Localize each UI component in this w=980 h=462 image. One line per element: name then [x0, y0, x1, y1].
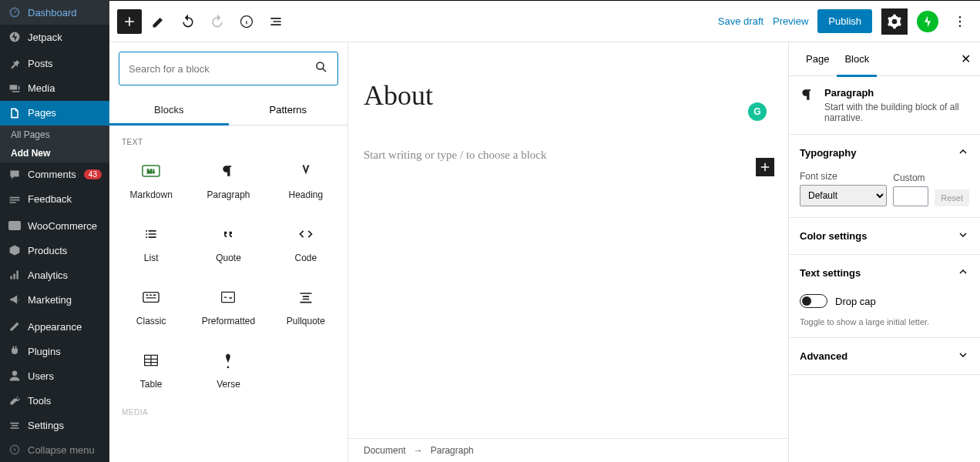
block-heading[interactable]: Heading [267, 149, 344, 213]
svg-rect-13 [145, 355, 158, 365]
svg-point-4 [241, 15, 253, 27]
svg-rect-11 [143, 293, 159, 303]
code-icon [297, 225, 315, 243]
preview-button[interactable]: Preview [773, 15, 808, 27]
save-draft-button[interactable]: Save draft [718, 15, 764, 27]
svg-rect-1 [8, 221, 21, 230]
collapse-icon [8, 443, 22, 457]
sidebar-label: Appearance [28, 321, 82, 333]
paragraph-placeholder[interactable]: Start writing or type / to choose a bloc… [364, 149, 773, 162]
breadcrumb-current[interactable]: Paragraph [431, 445, 474, 456]
panel-color-header[interactable]: Color settings [789, 218, 980, 254]
markdown-icon: M↓ [142, 162, 160, 180]
tab-patterns[interactable]: Patterns [229, 95, 348, 125]
font-size-select[interactable]: Default [800, 185, 887, 206]
dashboard-icon [8, 5, 22, 19]
sidebar-item-media[interactable]: Media [0, 76, 109, 101]
dropcap-toggle[interactable] [800, 294, 827, 308]
jetpack-button[interactable] [917, 11, 938, 32]
block-search-input[interactable] [119, 52, 338, 85]
edit-mode-button[interactable] [146, 9, 171, 34]
panel-typography-header[interactable]: Typography [789, 135, 980, 171]
block-verse[interactable]: Verse [190, 339, 267, 402]
block-list[interactable]: List [112, 213, 190, 276]
grammarly-icon[interactable]: G [748, 102, 767, 121]
publish-button[interactable]: Publish [817, 9, 872, 33]
sidebar-item-tools[interactable]: Tools [0, 388, 109, 413]
inserter-tabs: Blocks Patterns [109, 95, 347, 126]
sidebar-item-dashboard[interactable]: Dashboard [0, 0, 109, 25]
sidebar-item-pages[interactable]: Pages [0, 101, 109, 126]
block-info: Paragraph Start with the building block … [789, 76, 980, 135]
pages-icon [8, 106, 22, 120]
sidebar-item-appearance[interactable]: Appearance [0, 314, 109, 339]
sidebar-item-jetpack[interactable]: Jetpack [0, 25, 109, 49]
sidebar-label: Plugins [28, 346, 61, 357]
svg-point-7 [959, 25, 962, 27]
settings-sidebar: Page Block ✕ Paragraph Start with the bu… [788, 42, 980, 462]
top-toolbar: Save draft Preview Publish [109, 1, 980, 42]
block-markdown[interactable]: M↓Markdown [112, 149, 190, 213]
svg-point-2 [12, 371, 17, 376]
appearance-icon [8, 320, 22, 333]
block-preformatted[interactable]: Preformatted [190, 276, 267, 339]
sidebar-item-collapse[interactable]: Collapse menu [0, 437, 109, 462]
page-title[interactable]: About [364, 79, 773, 112]
tab-page[interactable]: Page [798, 42, 837, 76]
sidebar-label: Settings [28, 420, 64, 431]
feedback-icon [8, 192, 22, 206]
inline-add-block-button[interactable] [756, 158, 774, 176]
sidebar-label: Users [28, 370, 54, 382]
heading-icon [297, 162, 315, 180]
sidebar-item-posts[interactable]: Posts [0, 52, 109, 76]
sidebar-item-woocommerce[interactable]: WooCommerce [0, 213, 109, 238]
tab-block[interactable]: Block [837, 42, 877, 76]
sidebar-item-plugins[interactable]: Plugins [0, 339, 109, 363]
close-settings-button[interactable]: ✕ [961, 52, 971, 66]
sidebar-label: WooCommerce [28, 220, 97, 232]
block-paragraph[interactable]: Paragraph [190, 149, 267, 213]
sidebar-label: Analytics [28, 270, 68, 281]
settings-toggle-button[interactable] [881, 8, 908, 35]
block-info-title: Paragraph [824, 87, 969, 99]
dropcap-desc: Toggle to show a large initial letter. [800, 317, 969, 326]
classic-icon [142, 288, 160, 306]
plugins-icon [8, 344, 22, 358]
reset-button[interactable]: Reset [935, 189, 969, 206]
sidebar-item-products[interactable]: Products [0, 238, 109, 263]
sidebar-item-marketing[interactable]: Marketing [0, 287, 109, 312]
sidebar-label: Jetpack [28, 32, 62, 43]
block-table[interactable]: Table [112, 339, 190, 402]
svg-point-6 [959, 20, 962, 22]
search-field[interactable] [129, 63, 308, 75]
block-inserter-panel: Blocks Patterns TEXT M↓Markdown Paragrap… [109, 42, 348, 462]
preformatted-icon [219, 288, 237, 306]
pullquote-icon [297, 288, 315, 306]
sidebar-item-settings[interactable]: Settings [0, 413, 109, 437]
sidebar-subitem-all-pages[interactable]: All Pages [0, 126, 109, 144]
undo-button[interactable] [176, 9, 200, 34]
sidebar-subitem-add-new[interactable]: Add New [0, 144, 109, 162]
panel-text-header[interactable]: Text settings [789, 255, 980, 291]
products-icon [8, 243, 22, 257]
sidebar-item-analytics[interactable]: Analytics [0, 263, 109, 287]
redo-button[interactable] [205, 9, 230, 34]
block-info-desc: Start with the building block of all nar… [824, 102, 969, 123]
sidebar-item-comments[interactable]: Comments43 [0, 162, 109, 187]
block-code[interactable]: Code [267, 213, 344, 276]
info-button[interactable] [234, 9, 259, 34]
media-icon [8, 82, 22, 95]
block-classic[interactable]: Classic [112, 276, 190, 339]
sidebar-item-feedback[interactable]: Feedback [0, 187, 109, 212]
outline-button[interactable] [263, 9, 288, 34]
add-block-toggle-button[interactable] [117, 9, 142, 34]
custom-size-input[interactable] [893, 186, 928, 206]
sidebar-item-users[interactable]: Users [0, 363, 109, 388]
block-pullquote[interactable]: Pullquote [267, 276, 344, 339]
breadcrumb-root[interactable]: Document [364, 445, 406, 456]
verse-icon [219, 351, 237, 370]
more-options-button[interactable] [948, 9, 972, 34]
block-quote[interactable]: Quote [190, 213, 267, 276]
panel-advanced-header[interactable]: Advanced [789, 338, 980, 374]
tab-blocks[interactable]: Blocks [109, 95, 229, 125]
